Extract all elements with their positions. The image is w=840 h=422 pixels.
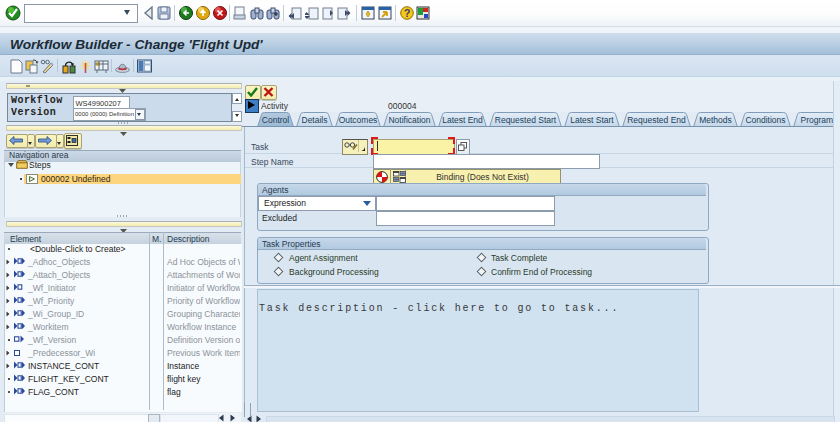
svg-text:Requested End: Requested End xyxy=(627,115,686,125)
svg-text:Methods: Methods xyxy=(699,115,732,125)
svg-text:Conditions: Conditions xyxy=(745,115,785,125)
svg-text:Requested Start: Requested Start xyxy=(495,115,557,125)
svg-text:Notification: Notification xyxy=(388,115,430,125)
svg-text:?: ? xyxy=(404,7,411,19)
svg-text:Control: Control xyxy=(262,115,290,125)
svg-text:Outcomes: Outcomes xyxy=(339,115,378,125)
svg-text:Latest End: Latest End xyxy=(442,115,483,125)
svg-text:Latest Start: Latest Start xyxy=(570,115,614,125)
svg-text:Details: Details xyxy=(302,115,328,125)
